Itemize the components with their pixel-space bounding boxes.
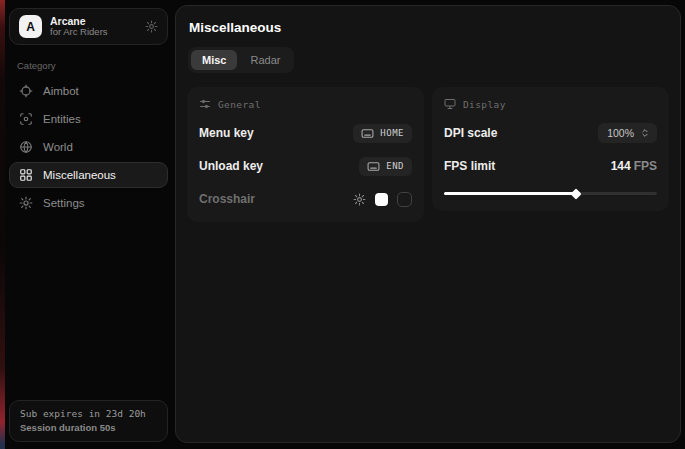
- unload-key-value: END: [386, 161, 404, 171]
- fps-limit-value: 144: [611, 159, 631, 173]
- crosshair-icon: [19, 84, 33, 98]
- session-duration-text: Session duration 50s: [20, 422, 157, 433]
- category-label: Category: [17, 60, 168, 71]
- sidebar-item-settings[interactable]: Settings: [9, 190, 168, 216]
- gear-icon[interactable]: [353, 193, 366, 206]
- slider-thumb[interactable]: [570, 188, 581, 199]
- tab-radar[interactable]: Radar: [239, 50, 291, 70]
- unload-key-row: Unload key END: [199, 156, 412, 176]
- display-card: Display DPI scale 100% FPS limit: [432, 87, 669, 211]
- menu-key-button[interactable]: HOME: [353, 124, 412, 143]
- subscription-card: Sub expires in 23d 20h Session duration …: [9, 400, 168, 442]
- crosshair-row: Crosshair: [199, 189, 412, 209]
- fps-limit-row: FPS limit 144FPS: [444, 156, 657, 176]
- unload-key-button[interactable]: END: [359, 157, 412, 176]
- fps-limit-slider[interactable]: [444, 188, 657, 198]
- sidebar-item-label: Aimbot: [43, 85, 79, 97]
- tab-misc[interactable]: Misc: [191, 50, 237, 70]
- sidebar-item-label: Miscellaneous: [43, 169, 116, 181]
- sidebar-item-label: World: [43, 141, 73, 153]
- sidebar-item-aimbot[interactable]: Aimbot: [9, 78, 168, 104]
- menu-key-value: HOME: [380, 128, 404, 138]
- gear-icon[interactable]: [145, 20, 158, 33]
- crosshair-label: Crosshair: [199, 192, 255, 206]
- scan-icon: [19, 112, 33, 126]
- keyboard-icon: [367, 161, 380, 172]
- dpi-scale-row: DPI scale 100%: [444, 123, 657, 143]
- crosshair-color-swatch[interactable]: [375, 193, 388, 206]
- dpi-scale-select[interactable]: 100%: [598, 123, 657, 143]
- globe-icon: [19, 140, 33, 154]
- sidebar-item-world[interactable]: World: [9, 134, 168, 160]
- fps-slider-fill: [444, 192, 576, 195]
- fps-limit-unit: FPS: [634, 159, 657, 173]
- page-title: Miscellaneous: [189, 20, 669, 35]
- app-window: A Arcane for Arc Riders Category: [4, 0, 685, 449]
- menu-key-label: Menu key: [199, 126, 254, 140]
- sidebar-item-miscellaneous[interactable]: Miscellaneous: [9, 162, 168, 188]
- monitor-icon: [444, 98, 456, 110]
- sub-expiry-text: Sub expires in 23d 20h: [20, 408, 157, 419]
- sidebar-item-label: Settings: [43, 197, 85, 209]
- dpi-scale-value: 100%: [607, 127, 634, 139]
- main-panel: Miscellaneous Misc Radar General Menu ke…: [175, 5, 681, 443]
- card-title: General: [218, 99, 261, 110]
- gear-icon: [19, 196, 33, 210]
- sidebar-nav: Aimbot Entities World: [9, 78, 168, 216]
- brand-card: A Arcane for Arc Riders: [9, 8, 168, 45]
- menu-key-row: Menu key HOME: [199, 123, 412, 143]
- cards-row: General Menu key HOME Unload key: [187, 87, 669, 222]
- chevrons-up-down-icon: [640, 128, 650, 138]
- app-logo: A: [19, 15, 42, 38]
- keyboard-icon: [361, 128, 374, 139]
- crosshair-checkbox[interactable]: [397, 192, 412, 207]
- sidebar-item-label: Entities: [43, 113, 81, 125]
- sidebar: A Arcane for Arc Riders Category: [4, 0, 175, 449]
- general-card: General Menu key HOME Unload key: [187, 87, 424, 222]
- sliders-icon: [199, 98, 211, 110]
- unload-key-label: Unload key: [199, 159, 263, 173]
- grid-icon: [19, 168, 33, 182]
- dpi-scale-label: DPI scale: [444, 126, 497, 140]
- card-title: Display: [463, 99, 506, 110]
- app-subtitle: for Arc Riders: [50, 27, 137, 38]
- fps-limit-label: FPS limit: [444, 159, 495, 173]
- tab-bar: Misc Radar: [188, 47, 294, 73]
- sidebar-item-entities[interactable]: Entities: [9, 106, 168, 132]
